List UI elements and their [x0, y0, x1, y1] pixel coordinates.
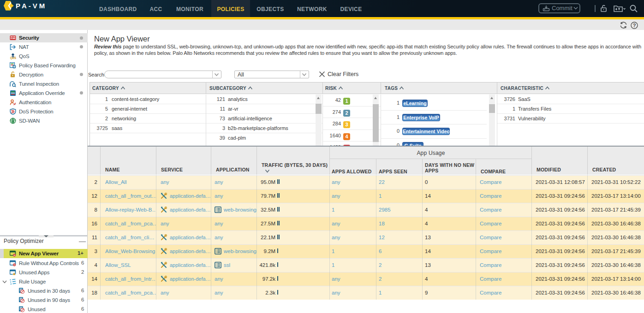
svg-text:?: ? [633, 23, 636, 28]
svg-text:QoS: QoS [10, 56, 16, 59]
